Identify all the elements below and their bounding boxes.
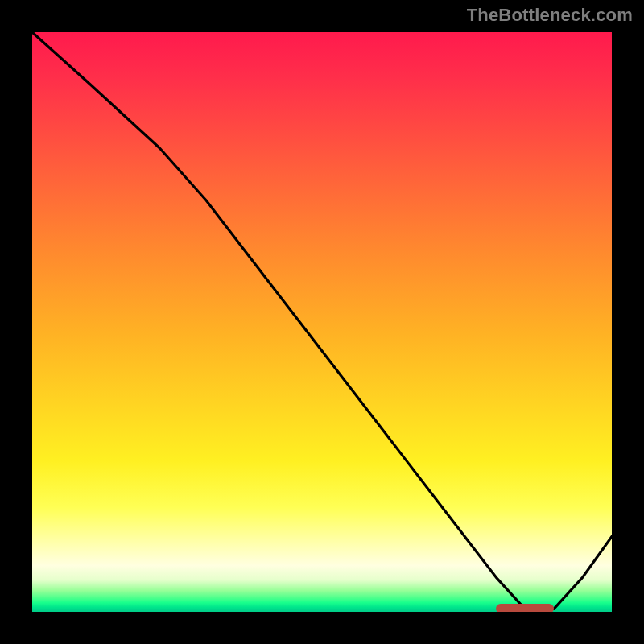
plot-area (32, 32, 612, 612)
bottleneck-curve (32, 32, 612, 612)
chart-container: TheBottleneck.com (0, 0, 644, 644)
watermark-text: TheBottleneck.com (467, 5, 633, 26)
optimal-range-marker (496, 604, 554, 612)
